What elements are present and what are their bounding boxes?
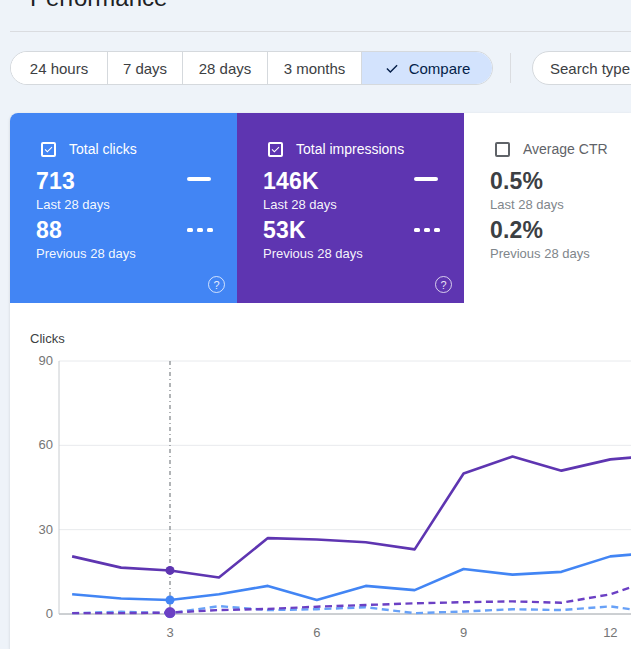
x-tick-label: 12 xyxy=(595,625,625,640)
compare-toggle-button[interactable]: Compare xyxy=(361,52,492,84)
x-tick-label: 3 xyxy=(155,625,185,640)
card-title: Average CTR xyxy=(523,141,608,157)
card-title: Total clicks xyxy=(69,141,137,157)
total-impressions-checkbox[interactable] xyxy=(268,142,283,157)
dashed-line-indicator xyxy=(187,228,214,232)
checkmark-icon xyxy=(270,143,281,155)
range-3-months-button[interactable]: 3 months xyxy=(267,52,361,84)
range-28-days-button[interactable]: 28 days xyxy=(182,52,267,84)
current-value: 0.5% xyxy=(490,168,543,194)
total-clicks-checkbox[interactable] xyxy=(41,142,56,157)
range-7-days-button[interactable]: 7 days xyxy=(107,52,182,84)
current-value: 146K xyxy=(263,168,319,194)
y-tick-label: 60 xyxy=(13,437,53,452)
checkmark-icon xyxy=(43,143,54,155)
x-tick-label: 9 xyxy=(449,625,479,640)
current-value: 713 xyxy=(36,168,75,194)
current-caption: Last 28 days xyxy=(490,197,564,212)
previous-value: 53K xyxy=(263,217,306,243)
previous-caption: Previous 28 days xyxy=(36,246,136,261)
previous-value: 88 xyxy=(36,217,62,243)
check-icon xyxy=(384,60,400,76)
previous-caption: Previous 28 days xyxy=(490,246,590,261)
compare-label: Compare xyxy=(409,60,471,77)
y-tick-label: 30 xyxy=(13,522,53,537)
search-type-label: Search type xyxy=(550,60,630,77)
card-title: Total impressions xyxy=(296,141,404,157)
toolbar-divider xyxy=(510,53,511,83)
solid-line-indicator xyxy=(414,177,438,181)
y-tick-label: 90 xyxy=(13,353,53,368)
total-clicks-card[interactable]: Total clicks 713 Last 28 days 88 Previou… xyxy=(10,113,237,303)
header-divider xyxy=(10,31,631,32)
help-icon[interactable]: ? xyxy=(208,276,225,293)
y-tick-label: 0 xyxy=(13,606,53,621)
average-ctr-card[interactable]: Average CTR 0.5% Last 28 days 0.2% Previ… xyxy=(464,113,631,303)
report-panel: Total clicks 713 Last 28 days 88 Previou… xyxy=(10,113,631,649)
average-ctr-checkbox[interactable] xyxy=(495,142,510,157)
search-type-button[interactable]: Search type xyxy=(532,51,631,85)
help-icon[interactable]: ? xyxy=(435,276,452,293)
current-caption: Last 28 days xyxy=(263,197,337,212)
solid-line-indicator xyxy=(187,177,211,181)
date-range-segmented-control: 24 hours 7 days 28 days 3 months Compare xyxy=(10,51,493,85)
current-caption: Last 28 days xyxy=(36,197,110,212)
chart-y-axis-title: Clicks xyxy=(30,331,65,346)
previous-value: 0.2% xyxy=(490,217,543,243)
previous-caption: Previous 28 days xyxy=(263,246,363,261)
dashed-line-indicator xyxy=(414,228,441,232)
total-impressions-card[interactable]: Total impressions 146K Last 28 days 53K … xyxy=(237,113,464,303)
range-24-hours-button[interactable]: 24 hours xyxy=(11,52,107,84)
x-tick-label: 6 xyxy=(302,625,332,640)
page-title: Performance xyxy=(30,0,167,13)
